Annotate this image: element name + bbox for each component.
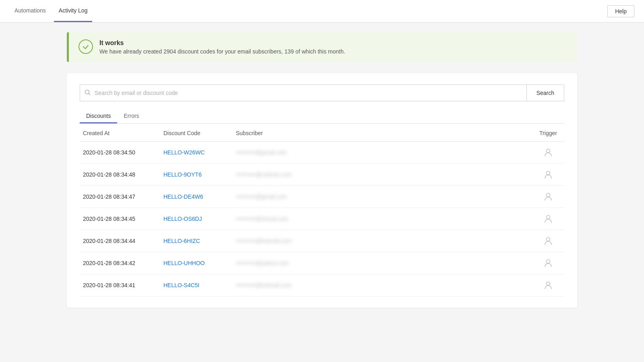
svg-point-2 (547, 149, 550, 153)
sub-tab-errors[interactable]: Errors (117, 109, 145, 123)
table-row: 2020-01-28 08:34:50 HELLO-W26WC ••••••••… (80, 142, 564, 164)
discount-code-link[interactable]: HELLO-9OYT6 (163, 171, 202, 178)
main-card: Search Discounts Errors Created At Disco… (67, 73, 577, 308)
svg-point-8 (547, 282, 550, 286)
cell-discount-code[interactable]: HELLO-UHHOO (160, 252, 233, 274)
cell-subscriber: ••••••••••@hotmail.com (233, 274, 532, 296)
main-content: It works We have already created 2904 di… (60, 23, 584, 317)
banner-text: It works We have already created 2904 di… (99, 39, 345, 55)
person-icon (535, 148, 561, 157)
top-nav: Automations Activity Log Help (0, 0, 644, 23)
nav-tab-activity-log[interactable]: Activity Log (54, 0, 93, 22)
sub-tab-discounts[interactable]: Discounts (80, 109, 117, 123)
cell-subscriber: ••••••••••@hotmail.com (233, 230, 532, 252)
svg-point-4 (547, 193, 550, 197)
cell-created-at: 2020-01-28 08:34:50 (80, 142, 160, 164)
svg-point-3 (547, 171, 550, 175)
search-row: Search (80, 84, 564, 101)
svg-point-5 (547, 216, 550, 219)
search-input-wrap (80, 84, 526, 101)
subscriber-email: ••••••••••@yahoo.com (236, 260, 289, 266)
sub-tabs: Discounts Errors (80, 109, 564, 123)
table-row: 2020-01-28 08:34:47 HELLO-DE4W6 ••••••••… (80, 186, 564, 208)
svg-point-7 (547, 260, 550, 263)
help-button[interactable]: Help (607, 5, 634, 17)
table-row: 2020-01-28 08:34:42 HELLO-UHHOO ••••••••… (80, 252, 564, 274)
table-row: 2020-01-28 08:34:41 HELLO-S4C5I ••••••••… (80, 274, 564, 296)
subscriber-email: ••••••••••@gmail.com (236, 193, 287, 200)
search-icon (85, 89, 91, 97)
table-row: 2020-01-28 08:34:48 HELLO-9OYT6 ••••••••… (80, 164, 564, 186)
cell-created-at: 2020-01-28 08:34:45 (80, 208, 160, 230)
cell-discount-code[interactable]: HELLO-6HIZC (160, 230, 233, 252)
success-icon (78, 39, 93, 54)
search-button[interactable]: Search (526, 84, 564, 101)
person-icon (535, 259, 561, 267)
col-header-subscriber: Subscriber (233, 123, 532, 142)
cell-created-at: 2020-01-28 08:34:42 (80, 252, 160, 274)
cell-trigger (532, 164, 564, 186)
nav-tab-automations[interactable]: Automations (10, 0, 51, 22)
cell-created-at: 2020-01-28 08:34:44 (80, 230, 160, 252)
banner-description: We have already created 2904 discount co… (99, 48, 345, 55)
cell-trigger (532, 208, 564, 230)
subscriber-email: ••••••••••@hotmail.com (236, 282, 292, 288)
cell-subscriber: ••••••••••@gmail.com (233, 186, 532, 208)
cell-trigger (532, 230, 564, 252)
subscriber-email: ••••••••••@outlook.com (236, 171, 292, 178)
discount-code-link[interactable]: HELLO-OS6DJ (163, 216, 202, 222)
col-header-trigger: Trigger (532, 123, 564, 142)
cell-created-at: 2020-01-28 08:34:48 (80, 164, 160, 186)
cell-subscriber: ••••••••••@icloud.com (233, 208, 532, 230)
subscriber-email: ••••••••••@hotmail.com (236, 238, 292, 244)
person-icon (535, 170, 561, 179)
col-header-created-at: Created At (80, 123, 160, 142)
cell-discount-code[interactable]: HELLO-W26WC (160, 142, 233, 164)
cell-subscriber: ••••••••••@outlook.com (233, 164, 532, 186)
svg-line-1 (89, 94, 91, 95)
search-input[interactable] (80, 84, 526, 101)
discount-code-link[interactable]: HELLO-6HIZC (163, 238, 200, 244)
person-icon (535, 237, 561, 245)
cell-created-at: 2020-01-28 08:34:47 (80, 186, 160, 208)
cell-trigger (532, 186, 564, 208)
banner-title: It works (99, 39, 345, 47)
cell-discount-code[interactable]: HELLO-DE4W6 (160, 186, 233, 208)
success-banner: It works We have already created 2904 di… (67, 32, 577, 62)
discount-code-link[interactable]: HELLO-S4C5I (163, 282, 199, 288)
cell-created-at: 2020-01-28 08:34:41 (80, 274, 160, 296)
cell-trigger (532, 142, 564, 164)
person-icon (535, 192, 561, 201)
table-row: 2020-01-28 08:34:44 HELLO-6HIZC ••••••••… (80, 230, 564, 252)
cell-subscriber: ••••••••••@yahoo.com (233, 252, 532, 274)
svg-point-6 (547, 238, 550, 241)
col-header-discount-code: Discount Code (160, 123, 233, 142)
nav-tabs: Automations Activity Log (10, 0, 92, 22)
subscriber-email: ••••••••••@icloud.com (236, 216, 288, 222)
discount-code-link[interactable]: HELLO-UHHOO (163, 260, 205, 266)
subscriber-email: ••••••••••@gmail.com (236, 149, 287, 156)
cell-discount-code[interactable]: HELLO-S4C5I (160, 274, 233, 296)
discount-code-link[interactable]: HELLO-W26WC (163, 149, 205, 156)
discount-code-link[interactable]: HELLO-DE4W6 (163, 193, 203, 200)
cell-subscriber: ••••••••••@gmail.com (233, 142, 532, 164)
cell-discount-code[interactable]: HELLO-OS6DJ (160, 208, 233, 230)
table-row: 2020-01-28 08:34:45 HELLO-OS6DJ ••••••••… (80, 208, 564, 230)
person-icon (535, 214, 561, 223)
discounts-table: Created At Discount Code Subscriber Trig… (80, 123, 564, 296)
cell-trigger (532, 274, 564, 296)
cell-discount-code[interactable]: HELLO-9OYT6 (160, 164, 233, 186)
person-icon (535, 281, 561, 290)
cell-trigger (532, 252, 564, 274)
